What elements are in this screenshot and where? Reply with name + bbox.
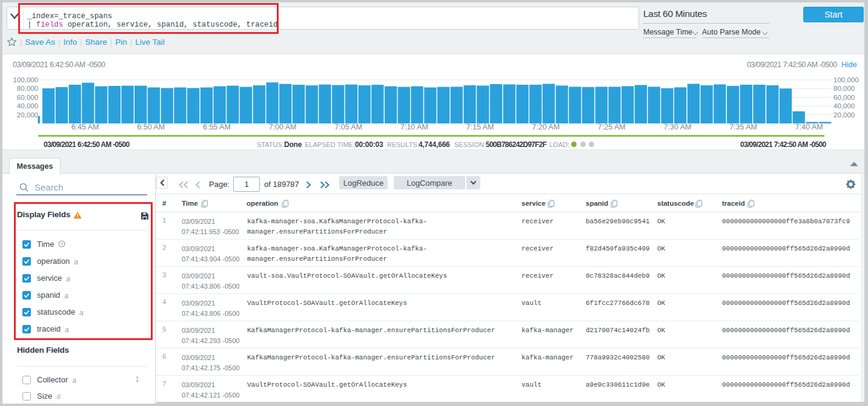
svg-text:7:25 AM: 7:25 AM (598, 123, 626, 131)
svg-text:7:15 AM: 7:15 AM (466, 123, 494, 131)
svg-text:100,000: 100,000 (13, 76, 38, 83)
svg-text:80,000: 80,000 (833, 85, 855, 92)
svg-text:7:20 AM: 7:20 AM (532, 123, 560, 131)
svg-text:7:40 AM: 7:40 AM (795, 123, 823, 131)
svg-text:6:55 AM: 6:55 AM (203, 123, 231, 131)
svg-text:7:30 AM: 7:30 AM (664, 123, 692, 131)
svg-text:60,000: 60,000 (833, 94, 855, 101)
svg-text:7:05 AM: 7:05 AM (334, 123, 362, 131)
svg-text:7:00 AM: 7:00 AM (269, 123, 297, 131)
svg-text:40,000: 40,000 (17, 102, 38, 110)
svg-text:80,000: 80,000 (17, 85, 38, 92)
svg-text:7:35 AM: 7:35 AM (729, 123, 757, 131)
svg-text:20,000: 20,000 (17, 111, 38, 119)
svg-text:20,000: 20,000 (833, 111, 855, 119)
svg-text:100,000: 100,000 (833, 76, 859, 83)
svg-text:40,000: 40,000 (833, 102, 855, 110)
svg-text:6:45 AM: 6:45 AM (71, 123, 99, 131)
svg-text:6:50 AM: 6:50 AM (137, 123, 165, 131)
svg-text:7:10 AM: 7:10 AM (400, 123, 428, 131)
svg-text:60,000: 60,000 (17, 94, 38, 101)
